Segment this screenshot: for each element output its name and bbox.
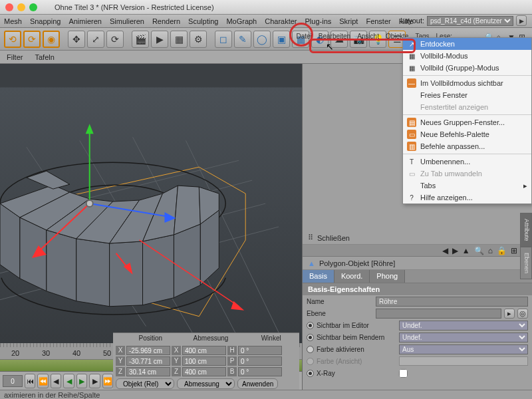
tab-phong[interactable]: Phong [370, 270, 405, 283]
status-bar: aximieren in der Reihe/Spalte [0, 390, 532, 399]
tool-render-region-button[interactable]: ▦ [170, 31, 188, 48]
nav-search-icon[interactable]: 🔍 [474, 246, 484, 255]
vis-editor-radio[interactable] [307, 322, 314, 329]
pos-x-input[interactable] [126, 346, 170, 355]
ctx-vollbild-gruppe[interactable]: ▦Vollbild (Gruppe)-Modus [403, 62, 531, 74]
dim-y-input[interactable] [182, 356, 226, 366]
ctx-befehle-anpassen[interactable]: ▥Befehle anpassen... [403, 140, 531, 152]
play-back-button[interactable]: ◀ [63, 374, 74, 388]
tool-scale-button[interactable]: ⤢ [87, 31, 104, 48]
ebene-picker-button[interactable]: ▸ [504, 309, 515, 319]
menu-sculpting[interactable]: Sculpting [188, 17, 218, 25]
ang-h-input[interactable] [238, 346, 282, 355]
tool-render-button[interactable]: ▶ [151, 31, 168, 48]
nav-next-icon[interactable]: ▶ [452, 246, 458, 255]
attr-ebene-input[interactable] [376, 309, 501, 319]
tab-koord[interactable]: Koord. [334, 270, 370, 283]
pos-y-input[interactable] [126, 356, 170, 366]
rtab-attribute[interactable]: Attribute [520, 213, 532, 247]
nav-up-icon[interactable]: ▲ [462, 246, 470, 255]
ebene-goto-button[interactable]: ◎ [517, 309, 528, 319]
tool-undo-button[interactable]: ⟲ [4, 31, 21, 48]
ang-p-input[interactable] [238, 356, 282, 366]
coord-apply-button[interactable]: Anwenden [237, 378, 278, 389]
primitive-nurbs-button[interactable]: ◯ [253, 31, 271, 48]
vp-filter[interactable]: Filter [7, 53, 23, 61]
color-enable-select[interactable]: Aus [399, 344, 528, 354]
nav-new-icon[interactable]: ⊞ [511, 246, 517, 255]
close-panel-row[interactable]: ⠿ Schließen [303, 231, 532, 245]
layout-dropdown[interactable]: psd_R14_c4d (Benutzer) [427, 16, 513, 26]
dim-x-input[interactable] [182, 346, 226, 355]
ctx-umbenennen[interactable]: TUmbenennen... [403, 156, 531, 168]
goto-start-button[interactable]: ⏮ [25, 374, 35, 388]
coord-mode2-select[interactable]: Abmessung [177, 378, 235, 389]
frame-start-input[interactable] [3, 375, 23, 387]
tool-select-button[interactable]: ◉ [43, 31, 60, 48]
nav-prev-icon[interactable]: ◀ [442, 246, 448, 255]
prev-key-button[interactable]: ⏪ [37, 374, 48, 388]
attr-object-header: ▲ Polygon-Objekt [Röhre] [303, 257, 532, 270]
primitive-pen-button[interactable]: ✎ [234, 31, 251, 48]
vis-render-radio[interactable] [307, 334, 314, 341]
menu-charakter[interactable]: Charakter [265, 17, 297, 25]
tab-basis[interactable]: Basis [303, 270, 334, 283]
grip-icon: ⠿ [308, 233, 313, 242]
menu-mograph[interactable]: MoGraph [226, 17, 257, 25]
ctx-freies-fenster[interactable]: Freies Fenster [403, 89, 531, 101]
primitive-cube-button[interactable]: ◻ [215, 31, 232, 48]
vis-render-select[interactable]: Undef. [399, 332, 528, 342]
coord-col-winkel: Winkel [245, 334, 297, 345]
rtab-ebenen[interactable]: Ebenen [520, 247, 532, 279]
ctx-neue-befehls-palette[interactable]: ▭Neue Befehls-Palette [403, 128, 531, 140]
menu-skript[interactable]: Skript [339, 17, 358, 25]
ctx-vollbild[interactable]: ▦Vollbild-Modus [403, 50, 531, 62]
window-titlebar: Ohne Titel 3 * (NFR Version - Restricted… [0, 0, 532, 15]
ctx-entdocken[interactable]: ↗Entdocken [403, 38, 531, 50]
play-button[interactable]: ▶ [76, 374, 87, 388]
vis-editor-select[interactable]: Undef. [399, 321, 528, 331]
tool-clapper-button[interactable]: 🎬 [132, 31, 149, 48]
ang-b-input[interactable] [238, 367, 282, 376]
ctx-tabs[interactable]: Tabs▸ [403, 180, 531, 192]
dim-z-input[interactable] [182, 367, 226, 376]
tool-move-button[interactable]: ✥ [68, 31, 85, 48]
status-text: aximieren in der Reihe/Spalte [4, 391, 100, 399]
menu-snapping[interactable]: Snapping [30, 17, 61, 25]
xray-checkbox[interactable] [399, 369, 408, 378]
primitive-generator-button[interactable]: ▣ [273, 31, 290, 48]
prev-frame-button[interactable]: ◀ [51, 374, 61, 388]
attr-name-input[interactable] [376, 297, 528, 307]
next-frame-button[interactable]: ▶ [89, 374, 100, 388]
menu-plugins[interactable]: Plug-ins [305, 17, 332, 25]
ctx-hilfe[interactable]: ?Hilfe anzeigen... [403, 192, 531, 203]
menu-mesh[interactable]: Mesh [4, 17, 22, 25]
minimize-icon[interactable] [17, 3, 25, 11]
objmgr-ansicht[interactable]: Ansicht [357, 33, 379, 40]
menu-rendern[interactable]: Rendern [152, 17, 180, 25]
tool-render-settings-button[interactable]: ⚙ [190, 31, 207, 48]
close-icon[interactable] [5, 3, 13, 11]
tool-redo-button[interactable]: ⟳ [23, 31, 41, 48]
ctx-vollbild-sichtbar[interactable]: —Im Vollbildmodus sichtbar [403, 77, 531, 89]
nav-lock-icon[interactable]: 🔒 [497, 246, 507, 255]
next-key-button[interactable]: ⏩ [102, 374, 113, 388]
pos-z-input[interactable] [126, 367, 170, 376]
xray-label: X-Ray [317, 370, 396, 377]
zoom-icon[interactable] [29, 3, 37, 11]
menu-animieren[interactable]: Animieren [68, 17, 102, 25]
objmgr-bearbeiten[interactable]: Bearbeiten [319, 33, 350, 40]
menu-fenster[interactable]: Fenster [366, 17, 390, 25]
coord-mode1-select[interactable]: Objekt (Rel) [116, 378, 174, 389]
nav-home-icon[interactable]: ⌂ [488, 246, 493, 255]
menu-simulieren[interactable]: Simulieren [110, 17, 144, 25]
layout-next-icon[interactable]: ▸ [516, 15, 527, 26]
vp-tafeln[interactable]: Tafeln [35, 53, 54, 61]
xray-radio[interactable] [307, 370, 314, 377]
coord-col-position: Position [125, 334, 176, 345]
coordinates-panel: Position Abmessung Winkel X X H Y Y P Z … [113, 332, 299, 390]
color-enable-radio[interactable] [307, 346, 314, 353]
ctx-neues-gruppen-fenster[interactable]: ▤Neues Gruppen-Fenster... [403, 116, 531, 128]
objmgr-datei[interactable]: Datei [296, 33, 311, 40]
tool-rotate-button[interactable]: ⟳ [106, 31, 124, 48]
